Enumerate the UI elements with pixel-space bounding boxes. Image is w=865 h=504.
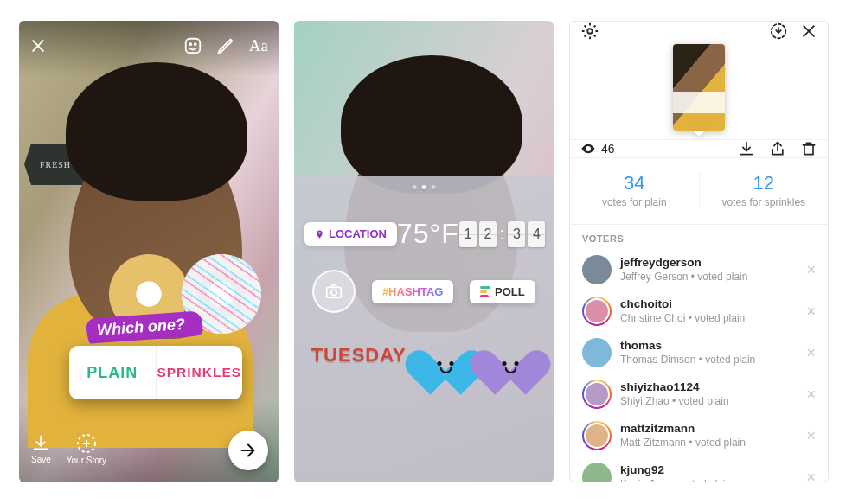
save-to-highlight-icon[interactable] (769, 22, 788, 41)
remove-voter-icon[interactable]: × (806, 345, 816, 360)
clock-digit: 1 (459, 221, 477, 247)
voter-row[interactable]: shiyizhao1124Shiyi Zhao • voted plain× (570, 373, 828, 415)
remove-voter-icon[interactable]: × (806, 469, 816, 482)
location-label: LOCATION (329, 227, 387, 240)
svg-rect-0 (186, 39, 201, 54)
hashtag-sticker[interactable]: #HASHTAG (372, 280, 454, 303)
editor-topbar: Aa (19, 33, 279, 59)
heart-sticker-purple[interactable] (484, 332, 536, 379)
save-button[interactable]: Save (31, 434, 51, 464)
poll-label: POLL (495, 285, 525, 298)
voter-subtitle: Thomas Dimson • voted plain (620, 354, 798, 367)
avatar[interactable] (584, 298, 610, 324)
voter-row[interactable]: thomasThomas Dimson • voted plain× (570, 332, 828, 373)
voter-subtitle: Shiyi Zhao • voted plain (620, 395, 798, 408)
svg-point-6 (587, 29, 593, 34)
voter-subtitle: Matt Zitzmann • voted plain (620, 437, 798, 450)
location-sticker[interactable]: LOCATION (304, 222, 397, 246)
selfie-sticker[interactable] (312, 270, 356, 313)
avatar[interactable] (582, 255, 612, 284)
draw-icon[interactable] (216, 36, 235, 55)
background-hair (66, 62, 247, 201)
poll-results: 34 votes for plain 12 votes for sprinkle… (570, 158, 828, 224)
poll-bars-icon (480, 286, 490, 297)
svg-point-2 (195, 43, 196, 45)
download-icon[interactable] (738, 140, 755, 157)
voter-row[interactable]: kjung92Kevin Jung • voted plain× (570, 456, 828, 482)
svg-point-5 (331, 290, 336, 295)
voter-username: shiyizhao1124 (620, 380, 798, 395)
result-sprinkles: 12 votes for sprinkles (700, 172, 829, 208)
sticker-tray-screen: LOCATION 75°F 1 2 : 3 4 #HASHTAG POLL TU… (294, 21, 554, 482)
avatar[interactable] (584, 381, 610, 407)
poll-sticker-option[interactable]: POLL (470, 280, 535, 303)
heart-sticker-blue[interactable] (420, 332, 471, 379)
editor-tools: Aa (183, 36, 268, 55)
voter-username: jeffreydgerson (620, 256, 798, 271)
svg-point-1 (189, 43, 191, 45)
result-sprinkles-label: votes for sprinkles (700, 196, 829, 208)
voter-username: chchoitoi (620, 297, 798, 312)
clock-digit: 3 (508, 221, 525, 247)
voter-username: thomas (620, 339, 798, 354)
send-to-button[interactable] (228, 431, 268, 470)
stickers-icon[interactable] (183, 36, 202, 55)
poll-option-b[interactable]: SPRINKLES (157, 346, 243, 399)
voter-row[interactable]: jeffreydgersonJeffrey Gerson • voted pla… (570, 249, 828, 290)
close-icon[interactable] (29, 37, 47, 54)
voter-username: kjung92 (620, 463, 798, 478)
remove-voter-icon[interactable]: × (806, 303, 816, 319)
voter-row[interactable]: chchoitoiChristine Choi • voted plain× (570, 290, 828, 332)
voter-subtitle: Jeffrey Gerson • voted plain (620, 271, 798, 284)
voter-row[interactable]: mattzitzmannMatt Zitzmann • voted plain× (570, 415, 828, 456)
voters-header: VOTERS (570, 224, 828, 249)
clock-digit: 4 (528, 221, 545, 247)
avatar[interactable] (582, 463, 612, 482)
remove-voter-icon[interactable]: × (806, 386, 816, 402)
save-label: Save (31, 455, 51, 464)
story-editor-screen: FRESH PIES Aa Which one? PLAIN SPRINKLES… (19, 21, 279, 482)
view-count: 46 (580, 141, 615, 156)
result-plain-label: votes for plain (570, 196, 699, 208)
result-plain: 34 votes for plain (570, 172, 700, 208)
delete-icon[interactable] (800, 140, 817, 157)
close-icon[interactable] (800, 22, 817, 40)
your-story-button[interactable]: Your Story (67, 433, 106, 465)
story-thumbnail-wrap (570, 41, 828, 139)
story-viewers-screen: 46 34 votes for plain 12 votes for sprin… (569, 21, 829, 482)
sticker-row-2: #HASHTAG POLL (294, 270, 554, 313)
viewers-meta-row: 46 (570, 139, 828, 158)
tray-grabber[interactable] (413, 185, 436, 189)
sticker-row-1: LOCATION 75°F 1 2 : 3 4 (294, 218, 554, 250)
voters-list: jeffreydgersonJeffrey Gerson • voted pla… (570, 249, 828, 482)
view-count-number: 46 (601, 142, 615, 156)
background-hair (341, 55, 522, 194)
sticker-row-3: TUESDAY (294, 332, 554, 379)
remove-voter-icon[interactable]: × (806, 262, 816, 278)
result-sprinkles-count: 12 (700, 172, 829, 195)
share-icon[interactable] (769, 140, 786, 157)
story-thumbnail[interactable] (673, 44, 725, 131)
avatar[interactable] (582, 338, 612, 367)
time-sticker[interactable]: 1 2 : 3 4 (459, 221, 546, 247)
viewers-actions (738, 140, 817, 157)
clock-digit: 2 (479, 221, 497, 247)
temperature-sticker[interactable]: 75°F (397, 218, 459, 250)
settings-icon[interactable] (580, 22, 599, 41)
text-tool[interactable]: Aa (249, 36, 268, 55)
voter-subtitle: Christine Choi • voted plain (620, 312, 798, 325)
voter-subtitle: Kevin Jung • voted plain (620, 478, 798, 482)
poll-sticker[interactable]: PLAIN SPRINKLES (69, 346, 242, 399)
poll-option-a[interactable]: PLAIN (69, 346, 157, 399)
remove-voter-icon[interactable]: × (806, 428, 816, 443)
hashtag-label: #HASHTAG (382, 285, 444, 298)
viewers-topbar (570, 22, 828, 41)
day-sticker[interactable]: TUESDAY (311, 344, 407, 367)
avatar[interactable] (584, 423, 610, 449)
svg-rect-4 (327, 287, 342, 297)
your-story-label: Your Story (67, 456, 106, 465)
voter-username: mattzitzmann (620, 422, 798, 437)
result-plain-count: 34 (570, 172, 699, 195)
